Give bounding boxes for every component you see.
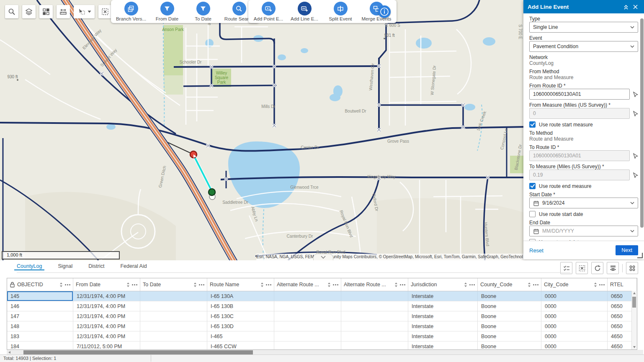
table-cell[interactable]: 146: [7, 301, 73, 311]
scroll-left-arrow[interactable]: [8, 351, 10, 354]
use-route-start-measure-checkbox[interactable]: Use route start measure: [529, 121, 638, 128]
reset-link[interactable]: Reset: [529, 247, 544, 254]
sort-icon[interactable]: [127, 282, 130, 287]
sort-icon[interactable]: [594, 282, 597, 287]
table-cell[interactable]: Boone: [478, 311, 541, 321]
table-cell[interactable]: [341, 321, 408, 331]
table-cell[interactable]: Interstate: [408, 301, 478, 311]
table-cell[interactable]: [274, 311, 341, 321]
pick-from-map-icon[interactable]: [632, 153, 638, 159]
scrollbar-thumb[interactable]: [640, 18, 644, 228]
use-route-end-measure-checkbox[interactable]: Use route end measure: [529, 183, 638, 189]
table-cell[interactable]: 12/31/1974, 4:00 PM: [73, 291, 140, 301]
column-header-to-date[interactable]: To Date: [140, 278, 207, 291]
column-header-jurisdiction[interactable]: Jurisdiction: [408, 278, 478, 291]
pick-from-map-icon[interactable]: [632, 91, 638, 97]
scroll-down-arrow[interactable]: [633, 346, 636, 348]
table-cell[interactable]: I-65 130C: [207, 311, 274, 321]
table-cell[interactable]: [140, 331, 207, 341]
pick-from-map-icon[interactable]: [632, 172, 638, 178]
map-collapse-chevron[interactable]: [313, 254, 333, 260]
close-button[interactable]: [631, 2, 640, 11]
table-cell[interactable]: [140, 321, 207, 331]
table-cell[interactable]: 0000: [541, 291, 608, 301]
layers-button[interactable]: [22, 5, 36, 18]
table-cell[interactable]: 0000: [541, 341, 608, 350]
checkbox-box[interactable]: [529, 211, 536, 217]
split-event-button[interactable]: Split Event: [325, 2, 355, 21]
info-button[interactable]: [378, 5, 391, 18]
table-cell[interactable]: [274, 321, 341, 331]
start-date-input[interactable]: 9/16/2024: [529, 198, 638, 208]
table-cell[interactable]: [341, 331, 408, 341]
next-button[interactable]: Next: [616, 245, 638, 255]
table-cell[interactable]: I-465 CCW: [207, 341, 274, 350]
from-measure-input[interactable]: 0: [529, 108, 630, 119]
pick-from-map-icon[interactable]: [632, 110, 638, 116]
basemap-grid-button[interactable]: [39, 5, 53, 18]
panel-resize-grip[interactable]: [637, 253, 643, 258]
column-menu-icon[interactable]: [533, 284, 538, 285]
scrollbar-thumb[interactable]: [23, 350, 253, 354]
panel-scrollbar[interactable]: [640, 15, 644, 239]
table-row[interactable]: 14612/31/1974, 4:00 PMI-65 130BInterstat…: [7, 301, 637, 311]
table-cell[interactable]: [341, 301, 408, 311]
table-cell[interactable]: 0000: [541, 301, 608, 311]
checkbox-box[interactable]: [529, 121, 536, 128]
scrollbar-thumb[interactable]: [632, 297, 636, 308]
tab-countylog[interactable]: CountyLog: [17, 263, 42, 272]
table-cell[interactable]: I-65 130B: [207, 301, 274, 311]
table-cell[interactable]: Boone: [478, 341, 541, 350]
table-cell[interactable]: [140, 311, 207, 321]
table-cell[interactable]: 183: [7, 331, 73, 341]
type-select[interactable]: Single Line: [529, 22, 638, 33]
table-cell[interactable]: Interstate: [408, 311, 478, 321]
table-cell[interactable]: [274, 301, 341, 311]
table-cell[interactable]: 12/31/1974, 4:00 PM: [73, 301, 140, 311]
table-row[interactable]: 18312/31/1974, 4:00 PMI-465InterstateBoo…: [7, 331, 637, 341]
table-cell[interactable]: 12/31/1974, 4:00 PM: [73, 331, 140, 341]
column-header-objectid[interactable]: OBJECTID: [7, 278, 73, 291]
column-header-rtel[interactable]: RTEL: [608, 278, 637, 291]
table-cell[interactable]: 7/11/2012, 5:00 PM: [73, 341, 140, 350]
table-cell[interactable]: Boone: [478, 301, 541, 311]
table-row[interactable]: 14812/31/1974, 4:00 PMI-65 130DInterstat…: [7, 321, 637, 331]
clear-selection-button[interactable]: [98, 5, 112, 18]
measure-button[interactable]: [57, 5, 70, 18]
checkbox-box[interactable]: [529, 183, 536, 189]
table-cell[interactable]: 12/31/1974, 4:00 PM: [73, 311, 140, 321]
table-cell[interactable]: [341, 311, 408, 321]
table-cell[interactable]: 0000: [541, 311, 608, 321]
table-cell[interactable]: [341, 291, 408, 301]
sort-icon[interactable]: [395, 282, 398, 287]
table-cell[interactable]: [140, 301, 207, 311]
table-cell[interactable]: [140, 341, 207, 350]
column-menu-icon[interactable]: [132, 284, 137, 285]
table-cell[interactable]: [274, 331, 341, 341]
table-cell[interactable]: [140, 291, 207, 301]
sort-icon[interactable]: [261, 282, 264, 287]
column-header-county-code[interactable]: County_Code: [478, 278, 541, 291]
from-date-filter-button[interactable]: From Date: [152, 2, 182, 21]
end-date-input[interactable]: MM/DD/YYYY: [529, 226, 638, 236]
sort-icon[interactable]: [464, 282, 467, 287]
event-select[interactable]: Pavement Condition: [529, 41, 638, 52]
column-menu-icon[interactable]: [400, 284, 405, 285]
column-header-alternate-route[interactable]: Alternate Route ...: [341, 278, 408, 291]
table-cell[interactable]: 0000: [541, 321, 608, 331]
table-cell[interactable]: 148: [7, 321, 73, 331]
tab-signal[interactable]: Signal: [58, 263, 72, 272]
column-header-alternate-route[interactable]: Alternate Route ...: [274, 278, 341, 291]
from-route-id-input[interactable]: 10600000650130A01: [529, 89, 630, 100]
table-cell[interactable]: [274, 291, 341, 301]
select-tool-button[interactable]: [74, 5, 95, 18]
table-cell[interactable]: [341, 341, 408, 350]
clear-table-selection-button[interactable]: [576, 262, 588, 274]
column-menu-icon[interactable]: [266, 284, 271, 285]
table-cell[interactable]: Interstate: [408, 341, 478, 350]
column-menu-icon[interactable]: [469, 284, 475, 285]
to-measure-input[interactable]: 0.19: [529, 169, 630, 180]
table-row[interactable]: 1847/11/2012, 5:00 PMI-465 CCWInterstate…: [7, 341, 637, 350]
column-menu-icon[interactable]: [65, 284, 70, 285]
to-route-id-input[interactable]: 10600000650130A01: [529, 150, 630, 161]
